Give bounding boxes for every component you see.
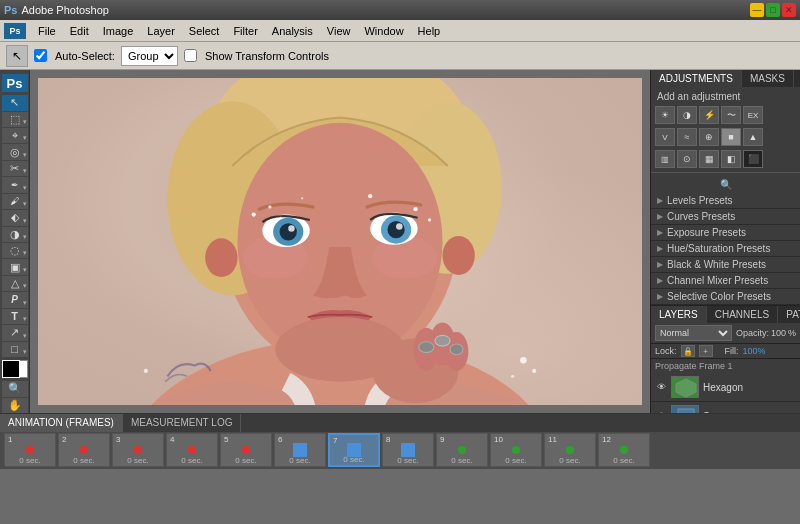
layer-hexagon-eye[interactable]: 👁: [655, 381, 667, 393]
svg-point-33: [419, 342, 434, 353]
levels-adj-icon[interactable]: ⚡: [699, 106, 719, 124]
preset-levels[interactable]: ▶ Levels Presets: [651, 193, 800, 209]
photo-filter-adj-icon[interactable]: ▲: [743, 128, 763, 146]
layer-hexagon-thumb: [671, 376, 699, 398]
tab-paths[interactable]: PATHS: [778, 306, 800, 323]
menu-layer[interactable]: Layer: [141, 23, 181, 39]
tab-layers[interactable]: LAYERS: [651, 306, 707, 323]
tab-channels[interactable]: CHANNELS: [707, 306, 778, 323]
vibrance-adj-icon[interactable]: V: [655, 128, 675, 146]
frame-1[interactable]: 1 0 sec.: [4, 433, 56, 467]
preset-levels-label: Levels Presets: [667, 195, 733, 206]
brush-btn[interactable]: 🖌▾: [2, 194, 28, 209]
frame-12[interactable]: 12 0 sec.: [598, 433, 650, 467]
tab-measurement-log[interactable]: MEASUREMENT LOG: [123, 414, 242, 432]
marquee-tool-btn[interactable]: ⬚▾: [2, 112, 28, 127]
auto-select-dropdown[interactable]: Group Layer: [121, 46, 178, 66]
preset-exposure[interactable]: ▶ Exposure Presets: [651, 225, 800, 241]
preset-huesat[interactable]: ▶ Hue/Saturation Presets: [651, 241, 800, 257]
frame-5-number: 5: [224, 435, 228, 444]
gradient-map-adj-icon[interactable]: ⊙: [677, 150, 697, 168]
frame-2[interactable]: 2 0 sec.: [58, 433, 110, 467]
blur-btn[interactable]: △▾: [2, 276, 28, 291]
menu-select[interactable]: Select: [183, 23, 226, 39]
hand-btn[interactable]: ✋: [2, 398, 28, 413]
gradient-btn[interactable]: ▣▾: [2, 259, 28, 274]
tab-adjustments[interactable]: ADJUSTMENTS: [651, 70, 742, 87]
menu-view[interactable]: View: [321, 23, 357, 39]
curves-adj-icon[interactable]: 〜: [721, 106, 741, 124]
blend-mode-select[interactable]: Normal Multiply Screen: [655, 325, 732, 341]
close-button[interactable]: ✕: [782, 3, 796, 17]
preset-selectivecolor[interactable]: ▶ Selective Color Presets: [651, 289, 800, 305]
frame-4[interactable]: 4 0 sec.: [166, 433, 218, 467]
menu-help[interactable]: Help: [412, 23, 447, 39]
minimize-button[interactable]: —: [750, 3, 764, 17]
frame-10-dot: [512, 446, 520, 454]
lock-icon-btn[interactable]: 🔒: [681, 345, 695, 357]
lock-position-btn[interactable]: +: [699, 345, 713, 357]
frame-11[interactable]: 11 0 sec.: [544, 433, 596, 467]
threshold-adj-icon[interactable]: ⬛: [743, 150, 763, 168]
frame-3-number: 3: [116, 435, 120, 444]
search-presets-icon[interactable]: 🔍: [651, 175, 800, 193]
selective-color-adj-icon[interactable]: ▦: [699, 150, 719, 168]
zoom-btn[interactable]: 🔍: [2, 381, 28, 396]
maximize-button[interactable]: □: [766, 3, 780, 17]
frame-7-time: 0 sec.: [330, 455, 378, 464]
bw-adj-icon[interactable]: ■: [721, 128, 741, 146]
lasso-tool-btn[interactable]: ⌖▾: [2, 128, 28, 143]
quick-select-btn[interactable]: ◎▾: [2, 144, 28, 159]
tab-animation-frames[interactable]: ANIMATION (FRAMES): [0, 414, 123, 432]
layer-hexagon[interactable]: 👁 Hexagon: [651, 373, 800, 402]
frame-7-number: 7: [333, 436, 337, 445]
menu-filter[interactable]: Filter: [227, 23, 263, 39]
menu-analysis[interactable]: Analysis: [266, 23, 319, 39]
eraser-btn[interactable]: ◌▾: [2, 243, 28, 258]
brightness-adj-icon[interactable]: ☀: [655, 106, 675, 124]
color-swatch[interactable]: [2, 360, 28, 378]
frame-6-rect: [293, 443, 307, 457]
layer-square-eye[interactable]: 👁: [655, 410, 667, 413]
frame-7[interactable]: 7 0 sec.: [328, 433, 380, 467]
frame-3[interactable]: 3 0 sec.: [112, 433, 164, 467]
show-transform-checkbox[interactable]: [184, 49, 197, 62]
frame-10[interactable]: 10 0 sec.: [490, 433, 542, 467]
frame-6[interactable]: 6 0 sec.: [274, 433, 326, 467]
frame-1-time: 0 sec.: [5, 456, 55, 465]
menu-file[interactable]: File: [32, 23, 62, 39]
hue-sat-adj-icon[interactable]: ≈: [677, 128, 697, 146]
auto-select-checkbox[interactable]: [34, 49, 47, 62]
frame-10-number: 10: [494, 435, 503, 444]
crop-tool-btn[interactable]: ✂▾: [2, 161, 28, 176]
propagate-row: Propagate Frame 1: [651, 359, 800, 373]
stamp-btn[interactable]: ⬖▾: [2, 210, 28, 225]
posterize-adj-icon[interactable]: ◧: [721, 150, 741, 168]
menu-window[interactable]: Window: [358, 23, 409, 39]
tab-masks[interactable]: MASKS: [742, 70, 794, 87]
healing-btn[interactable]: ✒▾: [2, 177, 28, 192]
frame-8[interactable]: 8 0 sec.: [382, 433, 434, 467]
move-tool-icon[interactable]: ↖: [6, 45, 28, 67]
color-balance-adj-icon[interactable]: ⊕: [699, 128, 719, 146]
history-btn[interactable]: ◑▾: [2, 227, 28, 242]
channel-mix-adj-icon[interactable]: ▥: [655, 150, 675, 168]
layer-square[interactable]: 👁 Square: [651, 402, 800, 413]
type-btn[interactable]: T▾: [2, 309, 28, 324]
frame-5[interactable]: 5 0 sec.: [220, 433, 272, 467]
move-tool-btn[interactable]: ↖: [2, 95, 28, 110]
frame-10-time: 0 sec.: [491, 456, 541, 465]
menu-image[interactable]: Image: [97, 23, 140, 39]
frame-9[interactable]: 9 0 sec.: [436, 433, 488, 467]
frame-3-dot: [134, 446, 142, 454]
foreground-color[interactable]: [2, 360, 20, 378]
menu-edit[interactable]: Edit: [64, 23, 95, 39]
exposure-adj-icon[interactable]: EX: [743, 106, 763, 124]
preset-bw[interactable]: ▶ Black & White Presets: [651, 257, 800, 273]
contrast-adj-icon[interactable]: ◑: [677, 106, 697, 124]
pen-btn[interactable]: P▾: [2, 292, 28, 307]
preset-curves[interactable]: ▶ Curves Presets: [651, 209, 800, 225]
preset-channelmix[interactable]: ▶ Channel Mixer Presets: [651, 273, 800, 289]
path-select-btn[interactable]: ↗▾: [2, 325, 28, 340]
shape-btn[interactable]: □▾: [2, 342, 28, 357]
